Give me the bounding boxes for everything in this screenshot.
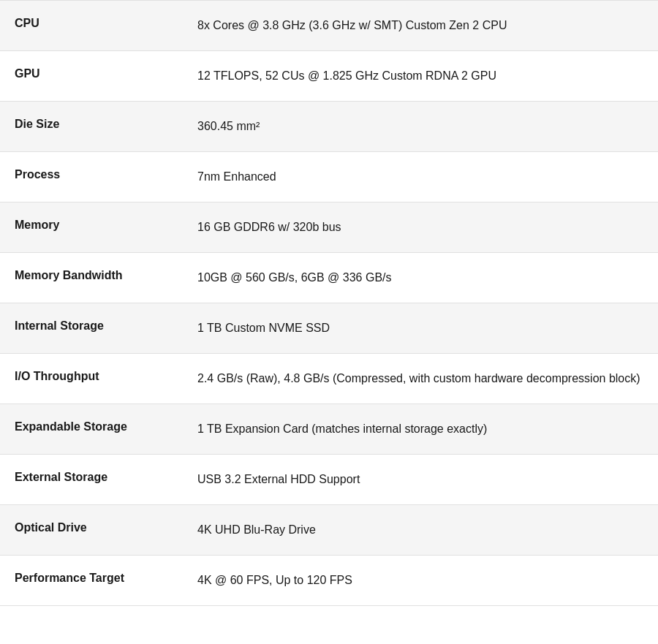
spec-row-die-size: Die Size360.45 mm² (0, 102, 658, 152)
spec-value-external-storage: USB 3.2 External HDD Support (190, 455, 658, 505)
spec-row-performance-target: Performance Target4K @ 60 FPS, Up to 120… (0, 556, 658, 606)
spec-value-optical-drive: 4K UHD Blu-Ray Drive (190, 505, 658, 556)
spec-value-io-throughput: 2.4 GB/s (Raw), 4.8 GB/s (Compressed, wi… (190, 354, 658, 404)
spec-row-cpu: CPU8x Cores @ 3.8 GHz (3.6 GHz w/ SMT) C… (0, 1, 658, 51)
spec-value-memory-bandwidth: 10GB @ 560 GB/s, 6GB @ 336 GB/s (190, 253, 658, 303)
spec-value-internal-storage: 1 TB Custom NVME SSD (190, 303, 658, 354)
specs-table: CPU8x Cores @ 3.8 GHz (3.6 GHz w/ SMT) C… (0, 0, 658, 606)
spec-row-expandable-storage: Expandable Storage1 TB Expansion Card (m… (0, 404, 658, 455)
spec-value-memory: 16 GB GDDR6 w/ 320b bus (190, 202, 658, 253)
spec-label-optical-drive: Optical Drive (0, 505, 190, 556)
spec-row-memory: Memory16 GB GDDR6 w/ 320b bus (0, 202, 658, 253)
spec-label-performance-target: Performance Target (0, 556, 190, 606)
spec-label-io-throughput: I/O Throughput (0, 354, 190, 404)
spec-label-cpu: CPU (0, 1, 190, 51)
spec-label-gpu: GPU (0, 51, 190, 102)
spec-row-io-throughput: I/O Throughput2.4 GB/s (Raw), 4.8 GB/s (… (0, 354, 658, 404)
spec-row-external-storage: External StorageUSB 3.2 External HDD Sup… (0, 455, 658, 505)
spec-value-performance-target: 4K @ 60 FPS, Up to 120 FPS (190, 556, 658, 606)
spec-row-process: Process7nm Enhanced (0, 152, 658, 202)
spec-value-die-size: 360.45 mm² (190, 102, 658, 152)
spec-label-internal-storage: Internal Storage (0, 303, 190, 354)
spec-label-die-size: Die Size (0, 102, 190, 152)
spec-row-gpu: GPU12 TFLOPS, 52 CUs @ 1.825 GHz Custom … (0, 51, 658, 102)
spec-value-process: 7nm Enhanced (190, 152, 658, 202)
spec-label-process: Process (0, 152, 190, 202)
spec-value-expandable-storage: 1 TB Expansion Card (matches internal st… (190, 404, 658, 455)
spec-label-external-storage: External Storage (0, 455, 190, 505)
spec-label-memory-bandwidth: Memory Bandwidth (0, 253, 190, 303)
spec-value-cpu: 8x Cores @ 3.8 GHz (3.6 GHz w/ SMT) Cust… (190, 1, 658, 51)
spec-label-expandable-storage: Expandable Storage (0, 404, 190, 455)
spec-row-internal-storage: Internal Storage1 TB Custom NVME SSD (0, 303, 658, 354)
spec-value-gpu: 12 TFLOPS, 52 CUs @ 1.825 GHz Custom RDN… (190, 51, 658, 102)
spec-label-memory: Memory (0, 202, 190, 253)
spec-row-optical-drive: Optical Drive4K UHD Blu-Ray Drive (0, 505, 658, 556)
spec-row-memory-bandwidth: Memory Bandwidth10GB @ 560 GB/s, 6GB @ 3… (0, 253, 658, 303)
